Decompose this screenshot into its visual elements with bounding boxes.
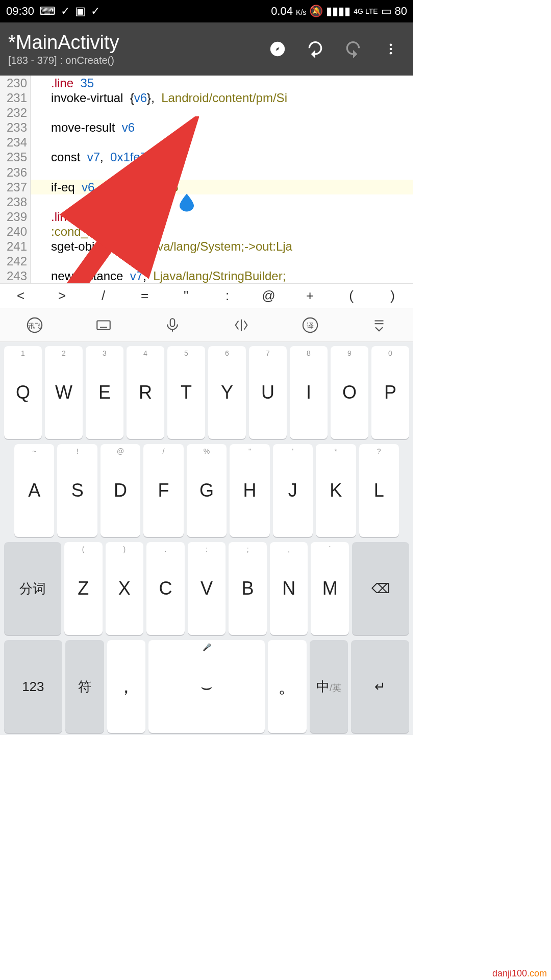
code-line[interactable]: 240:cond_2c bbox=[0, 224, 413, 239]
code-line[interactable]: 235const v7, 0x1fe7206b bbox=[0, 150, 413, 164]
code-line[interactable]: 232 bbox=[0, 105, 413, 120]
letter-key-i[interactable]: 8I bbox=[290, 346, 328, 439]
letter-key-p[interactable]: 0P bbox=[371, 346, 409, 439]
code-line[interactable]: 236 bbox=[0, 165, 413, 180]
letter-key-w[interactable]: 2W bbox=[45, 346, 83, 439]
key-hint: " bbox=[248, 447, 251, 455]
code-content[interactable]: const v7, 0x1fe7206b bbox=[31, 150, 413, 164]
letter-key-d[interactable]: @D bbox=[101, 444, 140, 537]
code-content[interactable] bbox=[31, 194, 413, 209]
letter-key-g[interactable]: %G bbox=[187, 444, 227, 537]
key-hint: ' bbox=[292, 447, 294, 455]
letter-key-f[interactable]: /F bbox=[143, 444, 183, 537]
period-key[interactable]: 。 bbox=[268, 640, 307, 733]
letter-key-a[interactable]: ~A bbox=[14, 444, 54, 537]
symbol-key[interactable]: > bbox=[41, 288, 83, 304]
code-content[interactable] bbox=[31, 105, 413, 120]
code-content[interactable] bbox=[31, 254, 413, 268]
code-content[interactable] bbox=[31, 165, 413, 180]
letter-key-j[interactable]: 'J bbox=[273, 444, 313, 537]
symbol-key[interactable]: @ bbox=[248, 288, 289, 304]
space-key[interactable]: 🎤⌣ bbox=[148, 640, 264, 733]
enter-key[interactable]: ↵ bbox=[351, 640, 409, 733]
ime-logo-icon[interactable]: 讯飞 bbox=[24, 315, 45, 335]
language-key[interactable]: 中/英 bbox=[310, 640, 348, 733]
line-number: 243 bbox=[0, 268, 31, 283]
letter-key-q[interactable]: 1Q bbox=[4, 346, 42, 439]
symbol-key[interactable]: < bbox=[0, 288, 41, 304]
symbol-key[interactable]: : bbox=[207, 288, 248, 304]
line-number: 242 bbox=[0, 254, 31, 268]
code-content[interactable]: new-instance v7, Ljava/lang/StringBuilde… bbox=[31, 268, 413, 283]
line-number: 230 bbox=[0, 76, 31, 90]
code-line[interactable]: 231invoke-virtual {v6}, Landroid/content… bbox=[0, 90, 413, 105]
symbol-key[interactable]: + bbox=[289, 288, 331, 304]
code-content[interactable]: .line 36 bbox=[31, 209, 413, 224]
letter-key-r[interactable]: 4R bbox=[127, 346, 164, 439]
code-line[interactable]: 237if-eq v6, v7, :cond_75 bbox=[0, 180, 413, 194]
letter-key-z[interactable]: (Z bbox=[64, 542, 103, 635]
letter-key-v[interactable]: :V bbox=[188, 542, 226, 635]
letter-key-c[interactable]: .C bbox=[146, 542, 185, 635]
mute-icon: 🔕 bbox=[309, 5, 323, 18]
code-content[interactable] bbox=[31, 135, 413, 150]
redo-button[interactable] bbox=[339, 35, 367, 63]
letter-key-m[interactable]: `M bbox=[311, 542, 349, 635]
key-row-4: 123 符 ， 🎤⌣ 。 中/英 ↵ bbox=[2, 640, 411, 733]
code-content[interactable]: move-result v6 bbox=[31, 120, 413, 135]
comma-key[interactable]: ， bbox=[107, 640, 146, 733]
line-number: 236 bbox=[0, 165, 31, 180]
key-hint: 8 bbox=[307, 349, 311, 357]
line-number: 234 bbox=[0, 135, 31, 150]
letter-key-y[interactable]: 6Y bbox=[208, 346, 246, 439]
backspace-key[interactable]: ⌫ bbox=[352, 542, 409, 635]
symbol-key[interactable]: ( bbox=[331, 288, 372, 304]
code-line[interactable]: 238 bbox=[0, 194, 413, 209]
key-row-3: 分词(Z)X.C:V;B,N`M⌫ bbox=[2, 542, 411, 635]
key-label: L bbox=[374, 480, 384, 501]
cursor-move-icon[interactable] bbox=[231, 315, 252, 335]
line-number: 233 bbox=[0, 120, 31, 135]
code-content[interactable]: .line 35 bbox=[31, 76, 413, 90]
symbol-key[interactable]: = bbox=[124, 288, 165, 304]
code-line[interactable]: 234 bbox=[0, 135, 413, 150]
symbol-key[interactable]: " bbox=[165, 288, 207, 304]
letter-key-o[interactable]: 9O bbox=[331, 346, 368, 439]
code-content[interactable]: sget-object v6, Ljava/lang/System;->out:… bbox=[31, 239, 413, 254]
code-line[interactable]: 233move-result v6 bbox=[0, 120, 413, 135]
code-editor[interactable]: 230.line 35231invoke-virtual {v6}, Landr… bbox=[0, 76, 413, 284]
letter-key-u[interactable]: 7U bbox=[249, 346, 287, 439]
numeric-key[interactable]: 123 bbox=[4, 640, 62, 733]
letter-key-k[interactable]: *K bbox=[316, 444, 356, 537]
letter-key-b[interactable]: ;B bbox=[229, 542, 267, 635]
letter-key-t[interactable]: 5T bbox=[167, 346, 205, 439]
keyboard-switch-icon[interactable] bbox=[93, 315, 114, 335]
letter-key-x[interactable]: )X bbox=[106, 542, 144, 635]
undo-button[interactable] bbox=[301, 35, 330, 63]
code-line[interactable]: 239.line 36 bbox=[0, 209, 413, 224]
segment-key[interactable]: 分词 bbox=[4, 542, 61, 635]
code-line[interactable]: 230.line 35 bbox=[0, 76, 413, 90]
overflow-menu-button[interactable] bbox=[377, 35, 405, 63]
code-line[interactable]: 243new-instance v7, Ljava/lang/StringBui… bbox=[0, 268, 413, 283]
code-content[interactable]: invoke-virtual {v6}, Landroid/content/pm… bbox=[31, 90, 413, 105]
letter-key-l[interactable]: ?L bbox=[359, 444, 399, 537]
symbols-key[interactable]: 符 bbox=[65, 640, 104, 733]
navigate-button[interactable] bbox=[263, 35, 292, 63]
code-content[interactable]: :cond_2c bbox=[31, 224, 413, 239]
translate-icon[interactable]: 译 bbox=[300, 315, 320, 335]
code-line[interactable]: 241sget-object v6, Ljava/lang/System;->o… bbox=[0, 239, 413, 254]
letter-key-s[interactable]: !S bbox=[57, 444, 97, 537]
collapse-keyboard-icon[interactable] bbox=[369, 315, 389, 335]
symbol-key[interactable]: ) bbox=[372, 288, 413, 304]
voice-input-icon[interactable] bbox=[162, 315, 183, 335]
key-label: J bbox=[288, 480, 297, 501]
letter-key-n[interactable]: ,N bbox=[270, 542, 308, 635]
cursor-handle[interactable] bbox=[180, 193, 194, 212]
code-line[interactable]: 242 bbox=[0, 254, 413, 268]
code-content[interactable]: if-eq v6, v7, :cond_75 bbox=[31, 180, 413, 194]
letter-key-h[interactable]: "H bbox=[230, 444, 269, 537]
key-hint: 3 bbox=[103, 349, 107, 357]
symbol-key[interactable]: / bbox=[83, 288, 124, 304]
letter-key-e[interactable]: 3E bbox=[86, 346, 123, 439]
